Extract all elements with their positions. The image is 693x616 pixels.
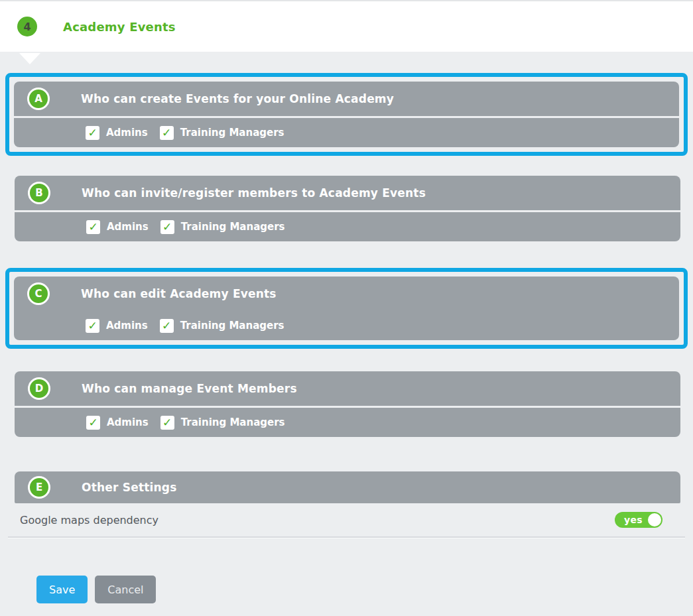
checkmark-icon (162, 416, 172, 429)
section-title: Who can create Events for your Online Ac… (81, 92, 394, 105)
section-letter: E (36, 481, 42, 493)
checkbox-admins[interactable] (86, 319, 99, 333)
checkbox-label: Training Managers (180, 127, 284, 139)
section-title: Other Settings (82, 481, 177, 494)
checkmark-icon (88, 221, 97, 233)
section-letter: D (35, 383, 43, 395)
checkbox-label: Training Managers (180, 320, 284, 332)
checkbox-group-training-managers[interactable]: Training Managers (160, 126, 284, 140)
checkbox-admins[interactable] (86, 126, 99, 140)
checkmark-icon (88, 320, 97, 332)
section-title: Who can invite/register members to Acade… (82, 186, 426, 200)
checkbox-group-admins[interactable]: Admins (86, 220, 149, 234)
section-divider (8, 536, 685, 538)
checkmark-icon (162, 221, 172, 233)
toggle-state-label: yes (624, 515, 643, 525)
checkbox-group-training-managers[interactable]: Training Managers (160, 220, 285, 234)
cancel-button[interactable]: Cancel (95, 576, 156, 603)
checkbox-admins[interactable] (86, 220, 100, 234)
checkbox-label: Training Managers (181, 221, 285, 233)
checkbox-training-managers[interactable] (160, 220, 174, 234)
checkbox-group-training-managers[interactable]: Training Managers (160, 319, 284, 333)
settings-content: A Who can create Events for your Online … (0, 73, 693, 603)
section-header-bar: A Who can create Events for your Online … (14, 82, 679, 116)
save-button[interactable]: Save (36, 576, 88, 603)
checkbox-group-admins[interactable]: Admins (86, 319, 148, 333)
checkbox-label: Training Managers (181, 416, 285, 428)
toggle-knob-icon (648, 513, 661, 526)
checkbox-group-admins[interactable]: Admins (86, 126, 148, 140)
section-create-events: A Who can create Events for your Online … (5, 73, 688, 156)
section-letter-badge: B (28, 182, 50, 204)
step-number-badge: 4 (17, 17, 37, 36)
form-actions: Save Cancel (36, 576, 693, 603)
checkbox-group-admins[interactable]: Admins (86, 416, 149, 430)
checkbox-training-managers[interactable] (160, 319, 174, 333)
section-letter-badge: D (28, 377, 50, 400)
checkmark-icon (162, 127, 171, 139)
checkbox-label: Admins (106, 320, 148, 332)
section-letter-badge: A (27, 88, 50, 110)
header-notch (19, 53, 40, 64)
section-other-settings-header: E Other Settings (15, 471, 680, 503)
page-title: Academy Events (63, 20, 176, 34)
section-manage-members: D Who can manage Event Members Admins Tr… (15, 371, 680, 437)
checkbox-label: Admins (107, 416, 149, 428)
section-header-bar: D Who can manage Event Members (15, 371, 680, 406)
section-letter: B (35, 187, 42, 199)
google-maps-toggle[interactable]: yes (615, 512, 662, 528)
setting-label: Google maps dependency (20, 514, 158, 526)
checkbox-group-training-managers[interactable]: Training Managers (160, 416, 285, 430)
section-letter: C (34, 288, 42, 300)
section-letter: A (34, 93, 42, 105)
google-maps-dependency-row: Google maps dependency yes (20, 503, 662, 536)
section-letter-badge: C (27, 282, 50, 305)
section-letter-badge: E (28, 476, 50, 499)
checkbox-admins[interactable] (86, 416, 100, 430)
section-title: Who can manage Event Members (82, 382, 297, 395)
section-edit-events: C Who can edit Academy Events Admins Tra… (5, 268, 688, 349)
step-number: 4 (23, 21, 31, 33)
section-options-bar: Admins Training Managers (14, 118, 679, 147)
section-options-bar: Admins Training Managers (15, 408, 680, 437)
section-options-bar: Admins Training Managers (14, 311, 679, 340)
checkmark-icon (162, 320, 171, 332)
section-invite-register: B Who can invite/register members to Aca… (15, 176, 680, 241)
checkbox-training-managers[interactable] (160, 416, 174, 430)
checkmark-icon (88, 127, 97, 139)
section-title: Who can edit Academy Events (81, 287, 277, 300)
section-header-bar: C Who can edit Academy Events (14, 277, 679, 311)
academy-events-settings-page: 4 Academy Events A Who can create Events… (0, 0, 693, 616)
checkbox-label: Admins (106, 127, 148, 139)
checkbox-training-managers[interactable] (160, 126, 174, 140)
checkmark-icon (88, 416, 97, 429)
wizard-step-header[interactable]: 4 Academy Events (0, 0, 693, 52)
section-header-bar: B Who can invite/register members to Aca… (15, 176, 680, 210)
section-options-bar: Admins Training Managers (15, 212, 680, 241)
checkbox-label: Admins (107, 221, 149, 233)
